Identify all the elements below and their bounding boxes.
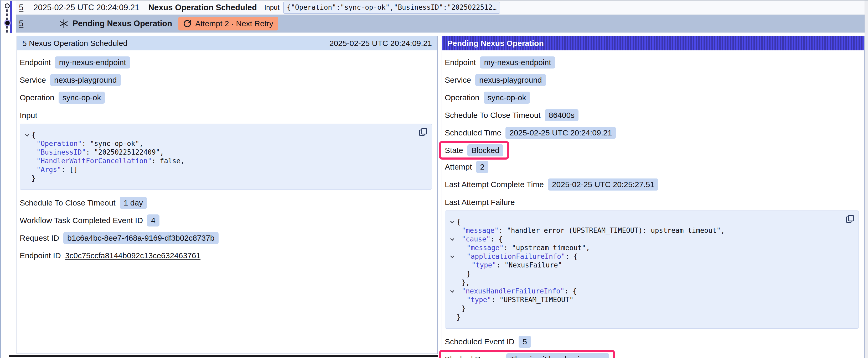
field-schedule-to-close-timeout: Schedule To Close Timeout 1 day xyxy=(20,197,432,209)
retry-icon xyxy=(183,20,191,28)
field-label: Endpoint xyxy=(445,58,476,67)
field-value-badge: sync-op-ok xyxy=(59,92,105,104)
failure-section-label: Last Attempt Failure xyxy=(445,198,859,207)
field-label: Request ID xyxy=(20,234,59,242)
field-label: Schedule To Close Timeout xyxy=(20,198,116,207)
field-scheduled-event-id: Scheduled Event ID 5 xyxy=(445,335,859,348)
retry-badge: Attempt 2 · Next Retry xyxy=(178,17,278,30)
field-attempt: Attempt 2 xyxy=(445,161,859,173)
event-detail-panel: 5 Nexus Operation Scheduled 2025-02-25 U… xyxy=(17,36,438,354)
field-value-badge: my-nexus-endpoint xyxy=(55,57,130,68)
event-details-area: 5 Nexus Operation Scheduled 2025-02-25 U… xyxy=(17,36,865,358)
field-scheduled-time: Scheduled Time 2025-02-25 UTC 20:24:09.2… xyxy=(445,127,859,139)
field-label: Schedule To Close Timeout xyxy=(445,111,541,120)
field-label: Service xyxy=(20,75,46,85)
field-label: Attempt xyxy=(445,162,472,171)
event-name: Nexus Operation Scheduled xyxy=(149,3,257,12)
field-state: State Blocked xyxy=(445,144,503,156)
field-label: Workflow Task Completed Event ID xyxy=(20,216,143,225)
field-label: Service xyxy=(445,75,471,85)
copy-icon xyxy=(418,128,428,136)
field-value-badge: nexus-playground xyxy=(475,74,546,86)
field-service: Service nexus-playground xyxy=(20,74,432,86)
failure-json-viewer: {"message": "handler error (UPSTREAM_TIM… xyxy=(445,210,859,329)
field-value-badge: 4 xyxy=(147,215,159,227)
event-detail-body: Endpoint my-nexus-endpoint Service nexus… xyxy=(17,51,437,262)
field-value-badge: 2 xyxy=(476,161,488,173)
copy-button[interactable] xyxy=(845,215,854,223)
event-history-table: 5 2025-02-25 UTC 20:24:09.21 Nexus Opera… xyxy=(16,1,865,33)
event-detail-header: 5 Nexus Operation Scheduled 2025-02-25 U… xyxy=(17,36,437,51)
field-endpoint: Endpoint my-nexus-endpoint xyxy=(445,56,859,68)
pending-operation-panel: Pending Nexus Operation Endpoint my-nexu… xyxy=(442,36,865,358)
field-operation: Operation sync-op-ok xyxy=(445,91,859,104)
event-id-link[interactable]: 5 xyxy=(19,19,23,28)
input-label: Input xyxy=(264,3,280,11)
field-value-badge: 5 xyxy=(519,336,531,348)
field-value-badge: 2025-02-25 UTC 20:25:27.51 xyxy=(548,178,658,191)
copy-icon xyxy=(845,215,854,223)
input-section-label: Input xyxy=(20,111,432,120)
detail-header-time: 2025-02-25 UTC 20:24:09.21 xyxy=(330,39,432,48)
scrollbar[interactable] xyxy=(865,1,868,358)
field-request-id: Request ID b1c6a4bc-8ee7-468a-9169-df3b0… xyxy=(20,232,432,244)
field-label: Operation xyxy=(20,93,54,102)
field-value-badge: 1 day xyxy=(120,197,147,209)
pending-operation-header: Pending Nexus Operation xyxy=(442,36,864,51)
retry-badge-label: Attempt 2 · Next Retry xyxy=(195,19,273,28)
active-event-bar xyxy=(10,1,12,33)
field-workflow-task-completed-event-id: Workflow Task Completed Event ID 4 xyxy=(20,214,432,227)
field-label: Scheduled Time xyxy=(445,128,501,137)
field-schedule-to-close-timeout: Schedule To Close Timeout 86400s xyxy=(445,109,859,121)
event-history-view: 5 2025-02-25 UTC 20:24:09.21 Nexus Opera… xyxy=(1,1,868,358)
field-label: State xyxy=(445,146,463,155)
field-blocked-reason: Blocked Reason The circuit breaker is op… xyxy=(445,353,609,358)
event-id-link[interactable]: 5 xyxy=(19,3,23,12)
blocked-reason-badge: The circuit breaker is open. xyxy=(506,353,609,358)
field-label: Blocked Reason xyxy=(445,355,502,358)
event-row-pending[interactable]: 5 Pending Nexus Operation Attempt 2 · Ne… xyxy=(16,15,865,33)
field-operation: Operation sync-op-ok xyxy=(20,91,432,104)
circle-outline-icon xyxy=(5,3,10,8)
chevron-down-icon[interactable] xyxy=(25,133,29,137)
chevron-down-icon[interactable] xyxy=(450,237,454,241)
field-endpoint: Endpoint my-nexus-endpoint xyxy=(20,56,432,68)
chevron-down-icon[interactable] xyxy=(450,289,454,293)
event-row-scheduled[interactable]: 5 2025-02-25 UTC 20:24:09.21 Nexus Opera… xyxy=(16,1,865,15)
field-endpoint-id: Endpoint ID 3c0c75ccfa8144b092c13ce63246… xyxy=(20,249,432,262)
input-preview-badge: {"Operation":"sync-op-ok","BusinessID":"… xyxy=(283,2,500,14)
state-highlight-annotation: State Blocked xyxy=(439,141,509,160)
input-json-viewer: {"Operation": "sync-op-ok","BusinessID":… xyxy=(20,124,432,190)
field-value-badge: 2025-02-25 UTC 20:24:09.21 xyxy=(505,127,616,139)
pending-header-title: Pending Nexus Operation xyxy=(447,39,544,48)
field-label: Last Attempt Complete Time xyxy=(445,180,544,189)
event-timeline xyxy=(1,1,16,35)
field-label: Endpoint xyxy=(20,58,51,67)
field-value-badge: sync-op-ok xyxy=(484,92,530,104)
state-badge: Blocked xyxy=(467,144,503,156)
event-name: Pending Nexus Operation xyxy=(72,19,172,28)
field-label: Scheduled Event ID xyxy=(445,337,515,346)
asterisk-icon xyxy=(59,19,68,28)
field-value-badge: 86400s xyxy=(545,109,579,121)
field-label: Endpoint ID xyxy=(20,251,61,260)
detail-header-title: 5 Nexus Operation Scheduled xyxy=(22,39,127,48)
circle-filled-icon xyxy=(5,21,10,25)
field-service: Service nexus-playground xyxy=(445,74,859,86)
chevron-down-icon[interactable] xyxy=(450,220,454,224)
blocked-reason-highlight-annotation: Blocked Reason The circuit breaker is op… xyxy=(439,350,615,358)
chevron-down-icon[interactable] xyxy=(450,254,454,258)
copy-button[interactable] xyxy=(418,128,428,136)
field-last-attempt-complete-time: Last Attempt Complete Time 2025-02-25 UT… xyxy=(445,178,859,191)
endpoint-id-link[interactable]: 3c0c75ccfa8144b092c13ce632463761 xyxy=(65,251,200,260)
field-value-badge: my-nexus-endpoint xyxy=(480,57,555,68)
field-label: Operation xyxy=(445,93,479,102)
field-value-badge: b1c6a4bc-8ee7-468a-9169-df3b02c8737b xyxy=(63,232,218,244)
event-time: 2025-02-25 UTC 20:24:09.21 xyxy=(33,3,139,12)
field-value-badge: nexus-playground xyxy=(50,74,121,86)
pending-operation-body: Endpoint my-nexus-endpoint Service nexus… xyxy=(442,51,864,358)
